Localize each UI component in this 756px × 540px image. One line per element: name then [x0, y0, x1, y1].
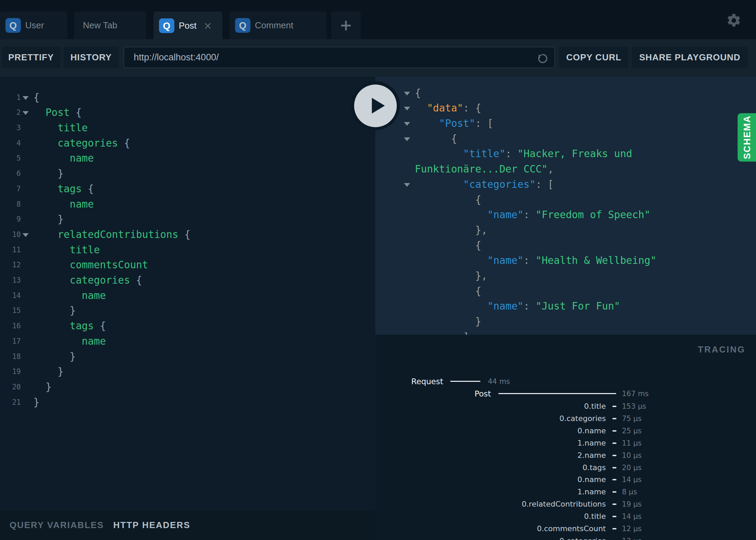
tracing-field-time: 20 μs	[622, 462, 642, 474]
query-editor[interactable]: 1{2Post {3title4categories {5name6}7tags…	[0, 77, 375, 540]
share-playground-button[interactable]: SHARE PLAYGROUND	[632, 47, 748, 68]
code-line: 10relatedContributions {	[0, 227, 375, 242]
tracing-dash	[612, 467, 616, 468]
code-line: 13categories {	[0, 273, 375, 288]
code-text: tags {	[70, 318, 106, 334]
query-icon: Q	[159, 18, 174, 33]
tracing-post-bar	[498, 393, 616, 394]
line-number: 17	[0, 334, 21, 349]
tracing-request-time: 44 ms	[488, 375, 510, 388]
line-number: 3	[0, 120, 21, 136]
http-headers-button[interactable]: HTTP HEADERS	[113, 520, 190, 530]
code-text: name	[70, 151, 94, 166]
line-number: 9	[0, 212, 21, 227]
add-tab-button[interactable]	[331, 12, 361, 39]
tracing-field-time: 11 μs	[622, 437, 642, 449]
line-number: 13	[0, 273, 21, 288]
tracing-dash	[612, 479, 616, 480]
copy-curl-button[interactable]: COPY CURL	[559, 47, 628, 68]
code-text: categories {	[58, 136, 130, 151]
tracing-field-time: 13 μs	[622, 535, 642, 540]
tracing-field-label: 0.name	[578, 474, 606, 486]
tracing-panel: TRACING Request 44 ms Post 167 ms 0.titl…	[375, 335, 756, 540]
code-text: categories {	[70, 273, 142, 288]
tracing-field-label: 0.commentsCount	[537, 523, 606, 535]
play-icon	[372, 98, 385, 114]
code-text: Funktionäre...Der CCC",	[415, 162, 554, 177]
tab-bar: Q User New Tab Q Post Q Comment	[0, 0, 756, 39]
tracing-request-bar	[450, 381, 480, 382]
execute-button-circle	[354, 85, 397, 127]
tracing-field-time: 8 μs	[622, 486, 637, 498]
code-text: },	[475, 268, 487, 284]
tracing-field-label: 0.tags	[582, 462, 606, 474]
code-text: Post {	[45, 105, 82, 120]
code-text: relatedContributions {	[58, 227, 190, 242]
tracing-field-time: 14 μs	[622, 510, 642, 523]
schema-tab-label: SCHEMA	[742, 115, 753, 159]
line-number: 6	[0, 166, 21, 181]
query-icon: Q	[235, 18, 250, 33]
tracing-field-label: 0.title	[584, 400, 606, 412]
query-variables-button[interactable]: QUERY VARIABLES	[10, 520, 104, 530]
fold-arrow-icon[interactable]	[404, 92, 410, 95]
code-line: 19}	[0, 364, 375, 379]
code-text: tags {	[58, 181, 94, 197]
code-text: title	[70, 242, 100, 258]
code-line: 20}	[0, 379, 375, 395]
fold-arrow-icon[interactable]	[23, 233, 29, 237]
endpoint-url-input[interactable]: http://localhost:4000/	[123, 47, 555, 68]
code-text: {	[475, 284, 481, 299]
tab-post[interactable]: Q Post	[154, 12, 222, 40]
settings-gear-icon[interactable]	[726, 13, 742, 28]
code-text: "title": "Hacker, Freaks und	[463, 146, 632, 162]
response-viewer: {"data": {"Post": [{"title": "Hacker, Fr…	[375, 77, 756, 335]
code-text: },	[475, 223, 487, 238]
code-line: 5name	[0, 151, 375, 166]
code-line: "name": "Just For Fun"	[375, 299, 756, 314]
tracing-field-label: 0.title	[584, 510, 606, 523]
tracing-dash	[612, 491, 616, 493]
fold-arrow-icon[interactable]	[404, 183, 410, 187]
code-text: ],	[463, 329, 475, 335]
code-text: }	[475, 314, 481, 329]
tracing-field-time: 25 μs	[622, 425, 642, 437]
line-number: 8	[0, 197, 21, 212]
tab-label: Post	[179, 20, 197, 31]
code-line: 14name	[0, 288, 375, 303]
code-line: },	[375, 223, 756, 238]
fold-arrow-icon[interactable]	[23, 111, 29, 115]
fold-arrow-icon[interactable]	[404, 137, 410, 141]
history-button[interactable]: HISTORY	[63, 47, 119, 68]
tracing-field-time: 10 μs	[622, 449, 642, 462]
fold-arrow-icon[interactable]	[404, 107, 410, 110]
code-line: 3title	[0, 120, 375, 136]
tracing-field-label: 0.categories	[559, 412, 606, 425]
tracing-field-time: 14 μs	[622, 474, 642, 486]
code-text: "Post": [	[439, 116, 493, 131]
code-line: 11title	[0, 242, 375, 258]
code-line: }	[375, 314, 756, 329]
code-line: {	[375, 131, 756, 147]
execute-button[interactable]	[351, 81, 400, 130]
line-number: 7	[0, 181, 21, 197]
tab-comment[interactable]: Q Comment	[230, 12, 326, 39]
fold-arrow-icon[interactable]	[23, 96, 29, 100]
code-line: 8name	[0, 197, 375, 212]
tab-new-tab[interactable]: New Tab	[74, 12, 146, 39]
editor-footer: QUERY VARIABLES HTTP HEADERS	[0, 510, 375, 540]
code-line: "Post": [	[375, 116, 756, 131]
code-line: 17name	[0, 334, 375, 349]
code-line: Funktionäre...Der CCC",	[375, 162, 756, 177]
code-line: 4categories {	[0, 136, 375, 151]
schema-side-tab[interactable]: SCHEMA	[738, 113, 756, 162]
reload-schema-icon[interactable]	[536, 51, 550, 65]
code-line: {	[375, 86, 756, 101]
prettify-button[interactable]: PRETTIFY	[2, 47, 60, 68]
line-number: 18	[0, 349, 21, 364]
fold-arrow-icon[interactable]	[404, 122, 410, 126]
code-line: {	[375, 238, 756, 253]
close-tab-icon[interactable]	[204, 22, 212, 30]
tab-user[interactable]: Q User	[0, 12, 67, 39]
code-line: "name": "Freedom of Speech"	[375, 207, 756, 223]
